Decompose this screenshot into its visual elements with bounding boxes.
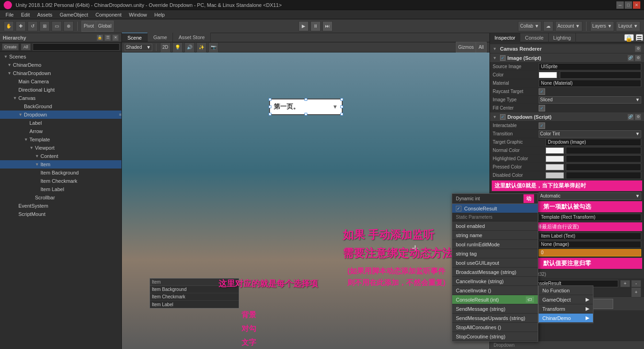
- handle-bc[interactable]: [305, 113, 307, 116]
- cloud-button[interactable]: ☁: [543, 21, 553, 31]
- value-input[interactable]: 0: [539, 249, 641, 256]
- transform-tool[interactable]: ⊕: [63, 21, 74, 31]
- hierarchy-menu[interactable]: ☰: [104, 35, 111, 41]
- pivot-button[interactable]: Pivot: [82, 21, 96, 31]
- rsm-gameobject[interactable]: GameObject ▶: [539, 295, 593, 304]
- transition-select[interactable]: Color Tint ▼: [539, 130, 641, 138]
- item-text-value[interactable]: Item Label (Text): [539, 233, 641, 240]
- menu-gameobject[interactable]: GameObject: [56, 11, 92, 18]
- canvas-renderer-header[interactable]: ▼ Canvas Renderer ⚙: [490, 44, 644, 53]
- pause-button[interactable]: ⏸: [310, 21, 321, 31]
- dropdown-link[interactable]: 🔗: [627, 114, 634, 120]
- template-value[interactable]: Template (Rect Transform): [539, 214, 641, 221]
- game-tab[interactable]: Game: [148, 33, 173, 42]
- item-label-item[interactable]: Item Label: [0, 185, 121, 193]
- item-checkmark-item[interactable]: Item Checkmark: [0, 177, 121, 185]
- dd-console-result-item[interactable]: ✓ ConsoleResult: [452, 204, 538, 213]
- image-enabled-checkbox[interactable]: ✓: [500, 55, 506, 61]
- dd-bool-enabled[interactable]: bool enabled: [452, 221, 538, 231]
- inspector-menu[interactable]: ☰: [636, 34, 643, 41]
- hierarchy-close[interactable]: ✕: [112, 35, 119, 41]
- hand-tool[interactable]: ✋: [4, 21, 14, 31]
- account-button[interactable]: Account ▼: [555, 21, 582, 31]
- scene-view[interactable]: 第一页。 ▼ ✛ Item Item Background Item Check…: [122, 52, 489, 349]
- normal-color-value[interactable]: [566, 147, 641, 154]
- menu-assets[interactable]: Assets: [34, 11, 56, 18]
- lights-button[interactable]: 💡: [172, 42, 183, 52]
- rsm-transform[interactable]: Transform ▶: [539, 304, 593, 314]
- highlighted-color-swatch[interactable]: [546, 156, 564, 162]
- create-button[interactable]: Create: [2, 43, 19, 51]
- material-value[interactable]: None (Material): [539, 80, 641, 87]
- menu-edit[interactable]: Edit: [17, 11, 34, 18]
- content-item[interactable]: ▼ Content: [0, 152, 121, 160]
- handle-tc[interactable]: [305, 98, 307, 101]
- normal-color-swatch[interactable]: [546, 147, 564, 154]
- all-scene-button[interactable]: All: [476, 42, 486, 52]
- handle-tl[interactable]: [269, 98, 271, 101]
- source-image-value[interactable]: UISprite: [539, 63, 641, 70]
- directional-light-item[interactable]: Directional Light: [0, 86, 121, 94]
- color-value[interactable]: [560, 71, 641, 79]
- image-settings[interactable]: ⚙: [635, 55, 641, 61]
- hierarchy-search-input[interactable]: [33, 43, 120, 51]
- item-item[interactable]: ▼ Item: [0, 160, 121, 169]
- play-button[interactable]: ▶: [299, 21, 309, 31]
- dropdown-script-header[interactable]: ▼ ✓ Dropdown (Script) 🔗 ⚙: [490, 112, 644, 122]
- scene-tab[interactable]: Scene: [122, 33, 148, 42]
- shaded-select[interactable]: Shaded▼: [125, 44, 152, 51]
- hierarchy-lock[interactable]: 🔒: [97, 35, 103, 41]
- dd-console-result-int[interactable]: ConsoleResult (int) 🏷: [452, 295, 538, 304]
- inspector-tab[interactable]: Inspector: [490, 33, 520, 42]
- rsm-no-function[interactable]: No Function: [539, 286, 593, 295]
- main-camera-item[interactable]: Main Camera: [0, 77, 121, 86]
- dd-string-name[interactable]: string name: [452, 231, 538, 240]
- disabled-color-value[interactable]: [566, 172, 641, 179]
- scene-dropdown-widget[interactable]: 第一页。 ▼: [269, 99, 343, 115]
- pressed-color-value[interactable]: [566, 163, 641, 171]
- step-button[interactable]: ⏭: [322, 21, 333, 31]
- target-graphic-value[interactable]: Dropdown (Image): [546, 139, 641, 146]
- layout-button[interactable]: Layout ▼: [616, 21, 640, 31]
- move-tool[interactable]: ✚: [16, 21, 26, 31]
- close-button[interactable]: ✕: [633, 1, 640, 9]
- global-button[interactable]: Global: [96, 21, 113, 31]
- 2d-button[interactable]: 2D: [160, 42, 171, 52]
- handle-br[interactable]: [340, 113, 343, 116]
- comp-settings[interactable]: ⚙: [635, 46, 641, 52]
- dropdown-settings[interactable]: ⚙: [635, 114, 641, 120]
- menu-component[interactable]: Component: [92, 11, 125, 18]
- entry-add[interactable]: +: [620, 280, 630, 287]
- collab-button[interactable]: Collab ▼: [518, 21, 541, 31]
- arrow-item[interactable]: Arrow: [0, 127, 121, 135]
- item-background-item[interactable]: Item Background: [0, 169, 121, 177]
- template-item[interactable]: ▼ Template: [0, 135, 121, 144]
- console-tab[interactable]: Console: [520, 33, 548, 42]
- entry-remove[interactable]: -: [631, 280, 641, 287]
- dd-stop-coroutine[interactable]: StopCoroutine (string): [452, 332, 538, 341]
- maximize-button[interactable]: □: [625, 1, 632, 9]
- dd-stop-all[interactable]: StopAllCoroutines (): [452, 323, 538, 332]
- scriptmount-item[interactable]: ScriptMount: [0, 210, 121, 218]
- handle-tr[interactable]: [340, 98, 343, 101]
- dropdown-enabled-checkbox[interactable]: ✓: [500, 114, 506, 120]
- dd-cancel-string[interactable]: CancelInvoke (string): [452, 277, 538, 286]
- label-item[interactable]: Label: [0, 119, 121, 127]
- color-swatch[interactable]: [539, 72, 557, 78]
- image-script-header[interactable]: ▼ ✓ Image (Script) 🔗 ⚙: [490, 53, 644, 63]
- menu-file[interactable]: File: [2, 11, 17, 18]
- chinar-dropdown-item[interactable]: ▼ ChinarDropdown: [0, 69, 121, 77]
- rotate-tool[interactable]: ↺: [28, 21, 38, 31]
- lighting-tab[interactable]: Lighting: [549, 33, 576, 42]
- raycast-checkbox[interactable]: ✓: [539, 88, 545, 95]
- menu-window[interactable]: Window: [125, 11, 150, 18]
- dd-cancel-void[interactable]: CancelInvoke (): [452, 286, 538, 295]
- dd-bool-gui[interactable]: bool useGUILayout: [452, 258, 538, 268]
- handle-bl[interactable]: [269, 113, 271, 116]
- handle-mr[interactable]: [340, 105, 343, 108]
- menu-help[interactable]: Help: [150, 11, 168, 18]
- background-item[interactable]: BackGround: [0, 102, 121, 111]
- gizmos-button[interactable]: Gizmos: [456, 42, 476, 52]
- rsm-chinar-demo[interactable]: ChinarDemo ▶: [539, 314, 593, 323]
- dd-bool-run[interactable]: bool runInEditMode: [452, 240, 538, 249]
